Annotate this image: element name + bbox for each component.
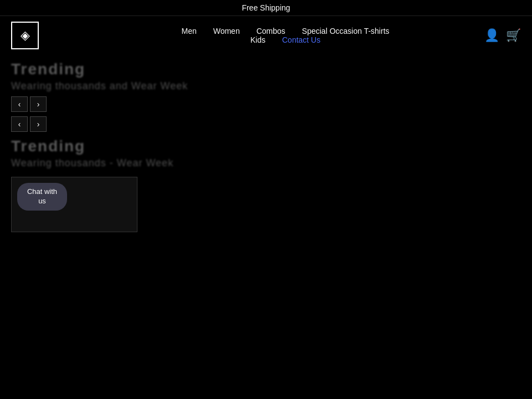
logo[interactable]: ◈ — [11, 22, 39, 49]
carousel-1b-nav: ‹ › — [11, 116, 521, 132]
nav-contact-us[interactable]: Contact Us — [282, 35, 320, 44]
nav-combos[interactable]: Combos — [257, 27, 285, 35]
carousel-1-prev[interactable]: ‹ — [11, 96, 28, 112]
nav-row-1: Men Women Combos Special Occasion T-shir… — [181, 27, 389, 35]
chat-with-us-button[interactable]: Chat with us — [17, 183, 67, 211]
main-content: Trending Wearing thousands and Wear Week… — [0, 55, 532, 238]
section-1: Trending Wearing thousands and Wear Week… — [11, 60, 521, 132]
carousel-1-next[interactable]: › — [30, 96, 47, 112]
nav-men[interactable]: Men — [181, 27, 196, 35]
section-1-subtitle: Wearing thousands and Wear Week — [11, 80, 521, 92]
user-icon[interactable]: 👤 — [484, 28, 499, 43]
section-2: Trending Wearing thousands - Wear Week — [11, 137, 521, 169]
nav-special-occasion[interactable]: Special Occasion T-shirts — [302, 27, 390, 35]
carousel-1-nav: ‹ › — [11, 96, 521, 112]
chat-area: Chat with us — [11, 177, 521, 232]
nav-icons: 👤 🛒 — [484, 28, 521, 43]
nav-kids[interactable]: Kids — [250, 35, 265, 44]
top-banner: Free Shipping — [0, 0, 532, 16]
section-2-title: Trending — [11, 137, 521, 155]
nav-row-2: Kids Contact Us — [250, 35, 320, 44]
navigation: Men Women Combos Special Occasion T-shir… — [50, 27, 521, 44]
section-1-title: Trending — [11, 60, 521, 78]
nav-women[interactable]: Women — [213, 27, 240, 35]
carousel-1b-next[interactable]: › — [30, 116, 47, 132]
banner-text: Free Shipping — [242, 3, 290, 12]
header: ◈ Men Women Combos Special Occasion T-sh… — [0, 16, 532, 55]
section-2-subtitle: Wearing thousands - Wear Week — [11, 157, 521, 169]
cart-icon[interactable]: 🛒 — [506, 28, 521, 43]
chat-widget: Chat with us — [11, 177, 137, 232]
carousel-1b-prev[interactable]: ‹ — [11, 116, 28, 132]
